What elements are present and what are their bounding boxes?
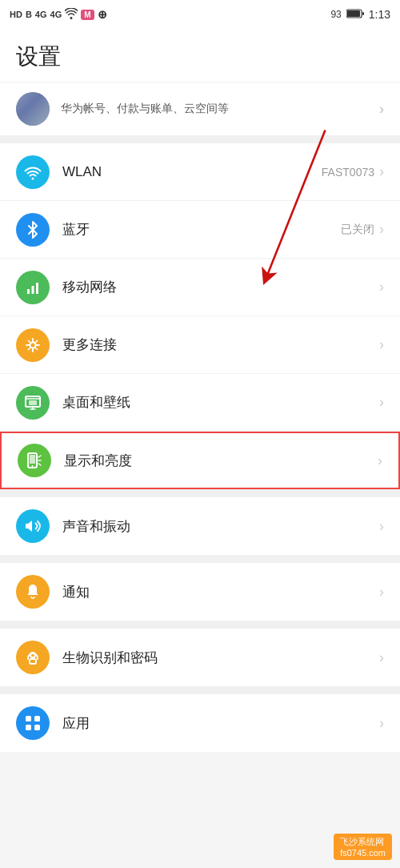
mobile-network-icon — [16, 271, 50, 304]
display-label: 显示和亮度 — [64, 452, 373, 470]
settings-item-desktop[interactable]: 桌面和壁纸 › — [0, 374, 400, 432]
svg-rect-11 — [30, 455, 35, 464]
svg-rect-9 — [29, 400, 37, 405]
page-title: 设置 — [16, 42, 384, 72]
notification-icon — [16, 575, 50, 609]
notification-chevron-icon: › — [379, 584, 384, 601]
wlan-chevron-icon: › — [379, 163, 384, 180]
watermark: 飞沙系统网 fs0745.com — [334, 834, 392, 860]
clock: 1:13 — [369, 8, 390, 21]
display-icon — [18, 444, 51, 477]
sound-icon — [16, 509, 50, 543]
settings-list-3: 通知 › — [0, 563, 400, 621]
svg-rect-18 — [34, 725, 40, 730]
battery-level: 93 — [330, 9, 341, 20]
app-icon-circle: ⊕ — [98, 8, 107, 21]
biometric-label: 生物识别和密码 — [62, 649, 374, 667]
wlan-icon — [16, 155, 50, 189]
section-divider-5 — [0, 686, 400, 694]
svg-rect-6 — [36, 283, 38, 294]
apps-icon — [16, 706, 50, 740]
desktop-chevron-icon: › — [379, 394, 384, 411]
watermark-sub: fs0745.com — [340, 848, 386, 858]
svg-rect-4 — [27, 289, 30, 294]
svg-rect-16 — [34, 716, 40, 721]
mobile-chevron-icon: › — [379, 279, 384, 295]
avatar-image — [16, 92, 50, 126]
settings-item-apps[interactable]: 应用 › — [0, 694, 400, 752]
bluetooth-chevron-icon: › — [379, 221, 384, 238]
wlan-value: FAST0073 — [322, 166, 374, 179]
biometric-chevron-icon: › — [379, 649, 384, 666]
notification-label: 通知 — [62, 583, 374, 601]
bluetooth-value: 已关闭 — [341, 223, 374, 237]
wifi-icon — [65, 8, 78, 21]
biometric-icon — [16, 641, 50, 674]
settings-list-2: 声音和振动 › — [0, 497, 400, 555]
apps-chevron-icon: › — [379, 715, 384, 732]
section-divider-1 — [0, 135, 400, 143]
more-connections-chevron-icon: › — [379, 336, 384, 353]
svg-point-12 — [32, 465, 34, 467]
settings-item-bluetooth[interactable]: 蓝牙 已关闭 › — [0, 201, 400, 259]
desktop-label: 桌面和壁纸 — [62, 393, 374, 412]
wlan-label: WLAN — [62, 164, 322, 180]
signal-4g-2: 4G — [50, 10, 62, 19]
status-bar: HD B 4G 4G M ⊕ 93 1:13 — [0, 0, 400, 29]
signal-4g-1: 4G — [35, 10, 47, 19]
settings-item-mobile[interactable]: 移动网络 › — [0, 259, 400, 316]
app-icon-pink: M — [81, 10, 94, 20]
bluetooth-icon — [16, 213, 50, 247]
settings-item-display[interactable]: 显示和亮度 › — [0, 432, 400, 489]
status-left: HD B 4G 4G M ⊕ — [10, 8, 107, 21]
settings-item-notification[interactable]: 通知 › — [0, 563, 400, 621]
settings-list-5: 应用 › — [0, 694, 400, 752]
sound-chevron-icon: › — [379, 518, 384, 535]
settings-list-4: 生物识别和密码 › — [0, 629, 400, 686]
hd-indicator: HD — [10, 10, 22, 19]
apps-label: 应用 — [62, 714, 374, 733]
account-row[interactable]: 华为帐号、付款与账单、云空间等 › — [0, 82, 400, 135]
settings-item-wlan[interactable]: WLAN FAST0073 › — [0, 143, 400, 201]
settings-item-biometric[interactable]: 生物识别和密码 › — [0, 629, 400, 686]
bluetooth-label: 蓝牙 — [62, 220, 341, 239]
display-chevron-icon: › — [378, 452, 382, 469]
settings-item-sound[interactable]: 声音和振动 › — [0, 497, 400, 555]
section-divider-3 — [0, 555, 400, 563]
more-connections-icon — [16, 328, 50, 362]
sound-label: 声音和振动 — [62, 517, 374, 536]
account-description: 华为帐号、付款与账单、云空间等 — [61, 102, 379, 116]
svg-point-3 — [32, 177, 34, 179]
battery-icon — [346, 9, 364, 21]
svg-rect-14 — [30, 659, 36, 664]
page-title-bar: 设置 — [0, 29, 400, 82]
network-b: B — [26, 10, 32, 19]
desktop-icon — [16, 386, 50, 420]
svg-rect-1 — [347, 10, 360, 17]
svg-rect-2 — [362, 12, 364, 15]
status-right: 93 1:13 — [330, 8, 390, 21]
settings-item-more-connections[interactable]: 更多连接 › — [0, 316, 400, 374]
settings-list: WLAN FAST0073 › 蓝牙 已关闭 › 移动网络 › — [0, 143, 400, 489]
watermark-text: 飞沙系统网 — [340, 837, 384, 846]
account-chevron-icon: › — [379, 101, 384, 118]
svg-rect-15 — [26, 716, 31, 721]
section-divider-2 — [0, 489, 400, 497]
svg-rect-17 — [26, 725, 31, 730]
mobile-label: 移动网络 — [62, 278, 374, 296]
section-divider-4 — [0, 621, 400, 629]
more-connections-label: 更多连接 — [62, 336, 374, 354]
avatar — [16, 92, 50, 126]
svg-rect-5 — [32, 286, 34, 294]
